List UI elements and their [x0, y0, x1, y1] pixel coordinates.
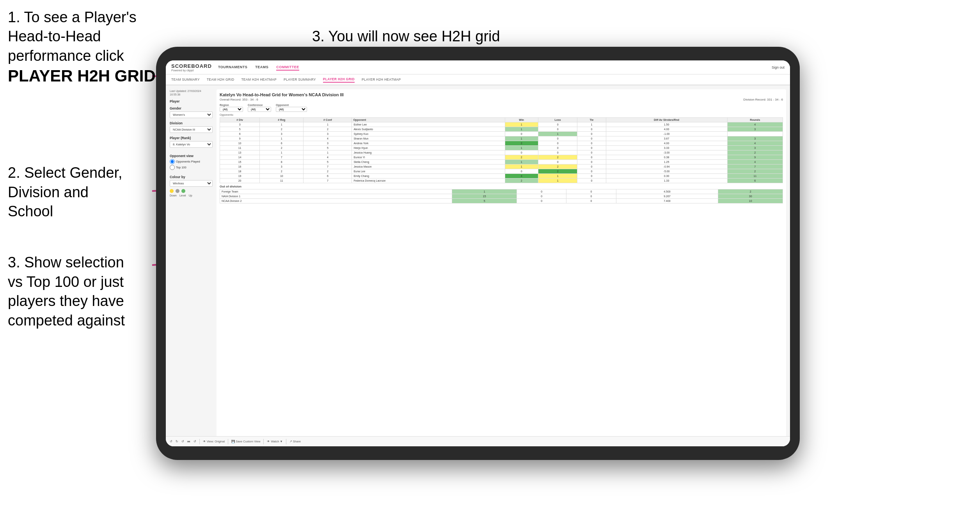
table-cell: 2: [260, 146, 304, 150]
table-cell: 13: [220, 150, 260, 155]
toolbar-undo[interactable]: ↺: [170, 440, 172, 443]
sign-out-link[interactable]: Sign out: [772, 65, 785, 69]
table-cell: Alexis Sudjianto: [352, 127, 505, 132]
division-record: Division Record: 331 - 34 - 6: [744, 98, 783, 101]
table-row: 1311Jessica Huang000-3.002: [220, 150, 783, 155]
tablet-frame: SCOREBOARD Powered by clippd TOURNAMENTS…: [156, 47, 800, 460]
colour-labels: Down Level Up: [170, 194, 213, 197]
table-cell: 0: [505, 150, 538, 155]
filter-conference-label: Conference: [248, 104, 271, 106]
radio-opponents-played-input[interactable]: [170, 159, 175, 164]
filter-opponent-select[interactable]: (All): [276, 107, 307, 112]
sidebar-division-select[interactable]: NCAA Division III: [170, 126, 213, 133]
table-cell: 2: [505, 179, 538, 183]
table-cell: 2: [505, 155, 538, 160]
radio-top-100-input[interactable]: [170, 165, 175, 170]
table-cell: 0: [577, 136, 606, 141]
sub-nav-player-summary[interactable]: PLAYER SUMMARY: [284, 77, 316, 82]
table-cell: 3: [304, 132, 352, 136]
table-cell: 0: [505, 132, 538, 136]
sidebar-division-label: Division: [170, 121, 213, 125]
sidebar-player-label: Player: [170, 99, 213, 103]
sidebar-timestamp: Last Updated: 27/03/2024 16:55:38: [170, 89, 213, 96]
table-cell: 6: [727, 179, 783, 183]
sidebar-colour-select[interactable]: Win/loss: [170, 180, 213, 187]
sub-nav-player-h2h-grid[interactable]: PLAYER H2H GRID: [323, 76, 355, 83]
nav-tournaments[interactable]: TOURNAMENTS: [218, 64, 247, 71]
table-cell: 3: [220, 122, 260, 127]
table-cell: 1: [260, 122, 304, 127]
table-cell: 3: [304, 141, 352, 146]
table-cell: 2: [727, 150, 783, 155]
table-cell: NCAA Division 2: [220, 199, 452, 203]
table-cell: 0: [538, 150, 577, 155]
table-cell: 2: [538, 155, 577, 160]
app-container: SCOREBOARD Powered by clippd TOURNAMENTS…: [166, 60, 790, 446]
table-cell: -5.00: [606, 169, 727, 174]
sidebar-gender-select[interactable]: Women's: [170, 111, 213, 118]
instruction-1: 1. To see a Player's Head-to-Head perfor…: [8, 8, 156, 87]
data-table: # Div # Reg # Conf Opponent Win Loss Tie…: [220, 117, 783, 183]
table-cell: Jessica Huang: [352, 150, 505, 155]
table-cell: Sydney Kuo: [352, 132, 505, 136]
table-cell: 0: [538, 160, 577, 164]
filter-region-select[interactable]: (All): [220, 107, 243, 112]
sidebar-player-rank-label: Player (Rank): [170, 136, 213, 140]
out-of-division-row: NAIA Division 115009.26730: [220, 194, 783, 199]
table-cell: 0: [517, 189, 566, 194]
content-subtitle: Overall Record: 353 - 34 - 6 Division Re…: [220, 98, 783, 101]
table-cell: 3: [260, 132, 304, 136]
table-cell: 2: [505, 141, 538, 146]
table-cell: Esther Lee: [352, 122, 505, 127]
toolbar-save-custom[interactable]: 💾 Save Custom View: [231, 440, 260, 443]
table-cell: 0: [538, 122, 577, 127]
table-cell: 3: [727, 146, 783, 150]
table-cell: 0: [538, 136, 577, 141]
table-cell: 10: [260, 174, 304, 179]
toolbar-refresh[interactable]: ↺: [194, 440, 196, 443]
nav-teams[interactable]: TEAMS: [255, 64, 268, 71]
table-cell: [727, 132, 783, 136]
th-tie: Tie: [577, 118, 606, 122]
out-of-division-table: Foreign Team1004.5002NAIA Division 11500…: [220, 189, 783, 203]
table-cell: 5: [304, 146, 352, 150]
table-cell: 4.500: [616, 189, 718, 194]
toolbar-redo-1[interactable]: ↻: [176, 440, 178, 443]
sidebar-radio-opponents-played[interactable]: Opponents Played: [170, 159, 213, 164]
table-cell: 16: [220, 164, 260, 169]
sidebar-radio-top-100[interactable]: Top 100: [170, 165, 213, 170]
table-cell: 0: [538, 146, 577, 150]
th-diff: Diff Av Strokes/Rnd: [606, 118, 727, 122]
table-cell: 2: [260, 127, 304, 132]
table-cell: 9: [220, 136, 260, 141]
sidebar-gender-section: Gender Women's: [170, 106, 213, 118]
toolbar-step-back[interactable]: ⏮: [187, 440, 190, 443]
sidebar-player-rank-select[interactable]: 8. Katelyn Vo: [170, 141, 213, 148]
table-cell: 6: [220, 132, 260, 136]
table-row: 1063Andrea York2004.004: [220, 141, 783, 146]
sub-nav-team-summary[interactable]: TEAM SUMMARY: [171, 77, 200, 82]
table-cell: 7: [304, 164, 352, 169]
sub-nav-team-h2h-heatmap[interactable]: TEAM H2H HEATMAP: [241, 77, 277, 82]
table-row: 914Sharon Mun1003.673: [220, 136, 783, 141]
filter-conference-select[interactable]: (All): [248, 107, 271, 112]
bottom-toolbar: ↺ ↻ ↺ ⏮ ↺ 👁 View: Original 💾 Save Custom…: [166, 436, 790, 446]
table-cell: 1: [538, 132, 577, 136]
table-cell: Jessica Mason: [352, 164, 505, 169]
out-of-division-header: Out of division: [220, 183, 783, 189]
toolbar-share[interactable]: ↗ Share: [289, 440, 301, 443]
sub-nav-player-h2h-heatmap[interactable]: PLAYER H2H HEATMAP: [362, 77, 401, 82]
toolbar-undo-2[interactable]: ↺: [181, 440, 184, 443]
logo-subtitle: Powered by clippd: [171, 69, 212, 72]
nav-committee[interactable]: COMMITTEE: [276, 64, 299, 71]
sub-nav-team-h2h-grid[interactable]: TEAM H2H GRID: [207, 77, 234, 82]
sidebar-player-section: Player: [170, 99, 213, 103]
table-cell: Sharon Mun: [352, 136, 505, 141]
table-cell: 11: [260, 179, 304, 183]
table-cell: -3.00: [606, 150, 727, 155]
table-cell: 4: [727, 122, 783, 127]
table-cell: 4: [304, 155, 352, 160]
toolbar-watch[interactable]: 👁 Watch ▼: [267, 440, 282, 443]
table-cell: 2: [718, 189, 783, 194]
toolbar-view-original[interactable]: 👁 View: Original: [203, 440, 225, 443]
